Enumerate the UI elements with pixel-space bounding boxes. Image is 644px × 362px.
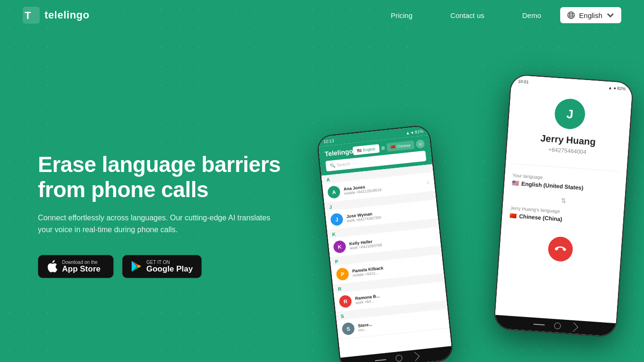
end-call-button[interactable] bbox=[547, 236, 574, 262]
call-screen-content: J Jerry Huang +64275464004 Your language… bbox=[495, 85, 632, 324]
contacts-app-name: Telelingo bbox=[324, 147, 354, 158]
contact-avatar: A bbox=[327, 185, 341, 199]
nav-pricing[interactable]: Pricing bbox=[372, 0, 431, 30]
hero-subtitle: Connect effortlessly across languages. O… bbox=[38, 212, 284, 236]
hero-content: Erase language barriers from phone calls… bbox=[38, 143, 322, 278]
language-label: English bbox=[579, 11, 602, 19]
nav-recent bbox=[569, 322, 578, 332]
apple-icon bbox=[47, 260, 57, 272]
lang-equals: ⇅ bbox=[510, 193, 617, 208]
your-lang-pill: 🇺🇸 English bbox=[353, 144, 380, 155]
nav-home bbox=[554, 322, 561, 329]
phone-left-screen: 10:13 ▲ ● 81% Telelingo 🇺🇸 English ≡ bbox=[317, 126, 453, 362]
nav-back bbox=[533, 324, 545, 326]
left-status-icons: ▲ ● 81% bbox=[405, 129, 423, 136]
logo-link[interactable]: T telelingo bbox=[23, 7, 89, 24]
language-selector[interactable]: English bbox=[560, 7, 621, 23]
caller-avatar: J bbox=[554, 98, 586, 130]
google-play-icon bbox=[131, 261, 142, 272]
left-time: 10:13 bbox=[323, 138, 334, 144]
right-battery: ▲ ● 82% bbox=[608, 85, 626, 91]
hero-phones: 10:13 ▲ ● 81% Telelingo 🇺🇸 English ≡ bbox=[313, 40, 644, 362]
call-divider bbox=[513, 163, 619, 172]
contact-info: Ana Jones mobile +64212918518 bbox=[343, 178, 427, 196]
call-lang-section: Your language 🇺🇸 English (United States)… bbox=[509, 172, 618, 233]
navbar: T telelingo Pricing Contact us Demo Engl… bbox=[0, 0, 644, 30]
app-store-large-text: App Store bbox=[62, 265, 100, 273]
your-language-section: Your language 🇺🇸 English (United States) bbox=[512, 172, 618, 194]
end-call-icon bbox=[555, 243, 567, 255]
contact-language-section: Jerry Huang's language 🇨🇳 Chinese (China… bbox=[510, 205, 616, 226]
contact-avatar: J bbox=[330, 213, 344, 226]
contact-info: Stere... mo... bbox=[358, 314, 444, 332]
phone-right-screen: 10:01 ▲ ● 82% J Jerry Huang +64275464004… bbox=[494, 75, 633, 337]
nav-recent bbox=[411, 352, 420, 362]
google-play-large-text: Google Play bbox=[146, 265, 193, 273]
phone-right: 10:01 ▲ ● 82% J Jerry Huang +64275464004… bbox=[493, 74, 634, 338]
google-play-button[interactable]: GET IT ON Google Play bbox=[122, 255, 202, 278]
receiver-lang-pill: 🇨🇳 Chinese bbox=[386, 140, 415, 152]
nav-links: Pricing Contact us Demo English bbox=[372, 0, 621, 30]
phone-left: 10:13 ▲ ● 81% Telelingo 🇺🇸 English ≡ bbox=[316, 125, 454, 362]
contact-avatar: R bbox=[339, 295, 352, 308]
contact-info: Jose Wyman work +64274387355 bbox=[346, 205, 433, 223]
nav-demo[interactable]: Demo bbox=[503, 0, 560, 30]
hero-section: Erase language barriers from phone calls… bbox=[0, 30, 644, 362]
contact-avatar: P bbox=[336, 267, 349, 281]
caller-name: Jerry Huang bbox=[540, 133, 596, 147]
contacts-list: A A Ana Jones mobile +64212918518 ∨ J J bbox=[321, 164, 451, 358]
store-buttons: Download on the App Store GET IT ON Goog… bbox=[38, 255, 322, 278]
logo-icon: T bbox=[23, 7, 40, 24]
right-time: 10:01 bbox=[518, 79, 529, 85]
nav-home bbox=[395, 354, 402, 362]
contact-info: Ramona B... work +64... bbox=[355, 287, 441, 305]
nav-back bbox=[375, 359, 386, 361]
app-store-button[interactable]: Download on the App Store bbox=[38, 255, 114, 278]
chevron-down-icon bbox=[606, 11, 615, 19]
contact-info: Kelly Heller work +6421083768 bbox=[349, 232, 436, 250]
contact-avatar: K bbox=[333, 240, 347, 254]
svg-text:T: T bbox=[25, 9, 31, 21]
brand-name: telelingo bbox=[45, 9, 89, 21]
contact-info: Pamela Kilback mobile +6421... bbox=[352, 260, 438, 278]
globe-icon bbox=[567, 11, 575, 19]
hero-title: Erase language barriers from phone calls bbox=[38, 152, 322, 202]
nav-contact[interactable]: Contact us bbox=[431, 0, 503, 30]
contact-avatar: S bbox=[341, 322, 355, 336]
caller-phone: +64275464004 bbox=[548, 146, 586, 155]
